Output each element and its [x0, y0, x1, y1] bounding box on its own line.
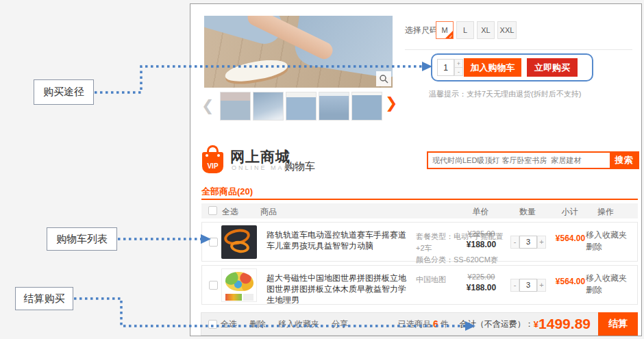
mall-name: 网上商城: [230, 147, 290, 166]
size-option-m[interactable]: M ✓: [436, 21, 454, 39]
checkout-button[interactable]: 结算: [598, 312, 638, 336]
bag-dot: [206, 154, 208, 157]
search-bar: 搜索: [427, 151, 639, 169]
thumbnail-4[interactable]: [319, 92, 349, 121]
row-qty-value[interactable]: 3: [519, 279, 537, 292]
row-qty-value[interactable]: 3: [519, 236, 537, 249]
carousel-next-icon[interactable]: ❯: [385, 95, 397, 112]
section-underline: [201, 199, 638, 200]
price-current: ¥188.00: [452, 283, 510, 292]
vip-bag-logo-icon[interactable]: VIP: [202, 145, 223, 174]
col-product: 商品: [260, 206, 277, 218]
thumbnail-carousel: ❮ ❯: [201, 92, 404, 122]
selected-unit: 件: [441, 318, 449, 330]
delete-link[interactable]: 删除: [586, 284, 627, 296]
product-image-china-map[interactable]: [221, 268, 257, 302]
size-option-label: XXL: [500, 26, 515, 34]
map-strip: [243, 294, 253, 301]
row-qty-plus-button[interactable]: +: [537, 236, 546, 249]
search-button[interactable]: 搜索: [610, 153, 638, 168]
size-option-xxl[interactable]: XXL: [497, 21, 517, 39]
col-unit-price: 单价: [451, 206, 510, 218]
cart-section-title: 全部商品(20): [201, 186, 253, 198]
annotation-label-purchase-path: 购买途径: [34, 79, 94, 105]
product-image-track-toy[interactable]: [221, 225, 257, 259]
search-input[interactable]: [428, 153, 610, 168]
size-option-l[interactable]: L: [456, 21, 474, 39]
carousel-prev-icon[interactable]: ❮: [201, 97, 214, 115]
thumbnail-5[interactable]: [351, 92, 382, 121]
col-quantity: 数量: [506, 206, 549, 218]
divider: [405, 49, 632, 50]
thumbnail-2[interactable]: [253, 92, 284, 121]
product-main-image[interactable]: [204, 16, 393, 88]
product-title[interactable]: 超大号磁性中国地图世界拼图拼板立地图世界拼图拼板立体木质早教益智力学生地理男: [267, 273, 412, 305]
thumbnail-3[interactable]: [286, 92, 317, 121]
thumbnail-1[interactable]: [220, 92, 251, 121]
move-to-favorites-link[interactable]: 移入收藏夹: [586, 229, 627, 241]
cart-row-track-toy: 路轨轨道车电动遥控轨道赛车手摇赛道车儿童男孩玩具益智智力动脑 套餐类型：电动+手…: [201, 222, 638, 262]
row-quantity-stepper: -3+: [507, 236, 549, 249]
map-shape: [225, 272, 253, 291]
col-actions: 操作: [582, 206, 630, 218]
annotation-label-cart-list: 购物车列表: [47, 227, 117, 251]
size-option-label: L: [463, 26, 467, 34]
cart-table-header: 全选 商品 单价 数量 小计 操作: [201, 203, 638, 218]
currency-symbol: ¥: [534, 319, 538, 329]
row-qty-minus-button[interactable]: -: [510, 236, 519, 249]
row-qty-minus-button[interactable]: -: [510, 279, 519, 292]
select-all-checkbox[interactable]: [208, 206, 217, 215]
row-actions: 移入收藏夹 删除: [586, 273, 627, 296]
size-option-xl[interactable]: XL: [477, 21, 495, 39]
col-select-all: 全选: [222, 206, 238, 218]
return-policy-tip: 温馨提示：支持7天无理由退货(拆封后不支持): [429, 89, 581, 99]
row-qty-plus-button[interactable]: +: [537, 279, 546, 292]
footer-summary: 已选商品 6 件 合计（不含运费）： ¥ 1499.89: [398, 316, 591, 332]
footer-move-to-favorites-link[interactable]: 移入收藏夹: [278, 318, 319, 330]
footer-share-link[interactable]: 分享: [332, 318, 348, 330]
track-loop-shape: [230, 240, 250, 254]
buy-now-button[interactable]: 立即购买: [527, 58, 578, 77]
price-cell: ¥225.00 ¥188.00: [452, 229, 510, 249]
main-panel: ❮ ❯ 选择尺码: M ✓ L XL XXL + - 加入购物车 立即: [190, 3, 642, 336]
magnifier-icon[interactable]: [376, 71, 391, 86]
selected-prefix: 已选商品: [398, 318, 431, 330]
screenshot-canvas: 购买途径 购物车列表 结算购买 ❮ ❯: [0, 0, 644, 339]
product-title[interactable]: 路轨轨道车电动遥控轨道赛车手摇赛道车儿童男孩玩具益智智力动脑: [267, 229, 412, 251]
quantity-minus-button[interactable]: -: [454, 67, 463, 76]
move-to-favorites-link[interactable]: 移入收藏夹: [586, 273, 627, 284]
price-original: ¥225.00: [452, 229, 510, 238]
size-option-label: XL: [481, 26, 490, 34]
row-checkbox[interactable]: [209, 281, 218, 290]
price-current: ¥188.00: [452, 240, 510, 249]
annotation-label-checkout-buy: 结算购买: [15, 287, 73, 310]
size-label: 选择尺码:: [405, 25, 440, 36]
total-label: 合计（不含运费）：: [460, 318, 534, 330]
delete-link[interactable]: 删除: [586, 241, 627, 253]
bag-dot: [217, 154, 220, 157]
footer-select-all-label[interactable]: 全选: [221, 318, 237, 330]
footer-delete-link[interactable]: 删除: [249, 318, 266, 330]
check-icon: ✓: [449, 34, 453, 40]
cart-footer-bar: 全选 删除 移入收藏夹 分享 已选商品 6 件 合计（不含运费）： ¥ 1499…: [201, 312, 638, 336]
price-cell: ¥225.00 ¥188.00: [452, 273, 510, 292]
footer-select-all-checkbox[interactable]: [208, 320, 217, 329]
row-actions: 移入收藏夹 删除: [586, 229, 627, 253]
map-strip: [225, 294, 242, 301]
row-quantity-stepper: -3+: [507, 279, 549, 292]
page-title-cart: 购物车: [284, 160, 315, 173]
total-amount: 1499.89: [538, 316, 591, 332]
selected-count: 6: [433, 318, 438, 329]
slipper-shape: [223, 56, 288, 85]
add-to-cart-button[interactable]: 加入购物车: [464, 58, 521, 77]
row-checkbox[interactable]: [209, 238, 218, 247]
price-original: ¥225.00: [452, 273, 510, 281]
quantity-input[interactable]: [437, 59, 454, 76]
cart-row-china-map: 超大号磁性中国地图世界拼图拼板立地图世界拼图拼板立体木质早教益智力学生地理男 中…: [201, 265, 638, 305]
